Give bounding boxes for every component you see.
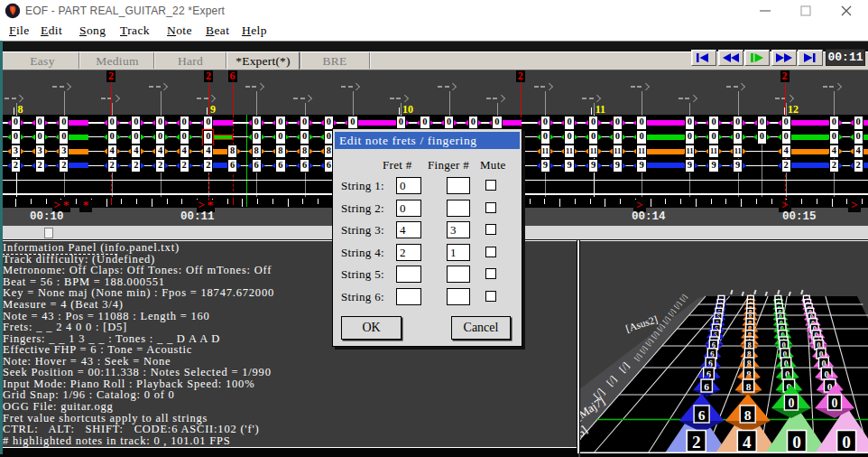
- svg-text:2: 2: [692, 433, 701, 452]
- svg-text:0: 0: [788, 396, 794, 410]
- svg-text:4: 4: [743, 433, 752, 452]
- svg-text:0: 0: [792, 433, 801, 452]
- svg-text:6: 6: [704, 381, 709, 392]
- svg-text:6: 6: [698, 407, 706, 423]
- svg-text:8: 8: [744, 407, 752, 423]
- svg-text:0: 0: [842, 433, 851, 452]
- svg-text:8: 8: [746, 381, 752, 392]
- svg-text:0: 0: [832, 396, 838, 410]
